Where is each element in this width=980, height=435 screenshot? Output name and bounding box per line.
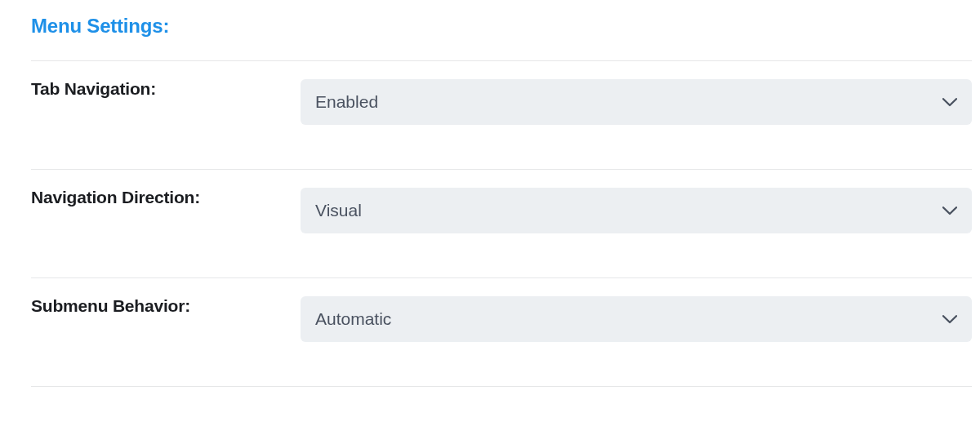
divider [31,386,972,387]
setting-row-submenu-behavior: Submenu Behavior: Automatic [31,278,972,386]
chevron-down-icon [942,206,957,215]
submenu-behavior-select[interactable]: Automatic [301,296,972,342]
setting-row-tab-navigation: Tab Navigation: Enabled [31,61,972,169]
submenu-behavior-label: Submenu Behavior: [31,296,301,316]
navigation-direction-select[interactable]: Visual [301,188,972,233]
tab-navigation-label: Tab Navigation: [31,79,301,99]
section-title: Menu Settings: [31,15,972,38]
submenu-behavior-value: Automatic [315,309,391,329]
chevron-down-icon [942,98,957,107]
chevron-down-icon [942,315,957,324]
navigation-direction-label: Navigation Direction: [31,188,301,207]
navigation-direction-value: Visual [315,201,362,220]
tab-navigation-select[interactable]: Enabled [301,79,972,125]
tab-navigation-value: Enabled [315,92,378,112]
setting-row-navigation-direction: Navigation Direction: Visual [31,170,972,277]
